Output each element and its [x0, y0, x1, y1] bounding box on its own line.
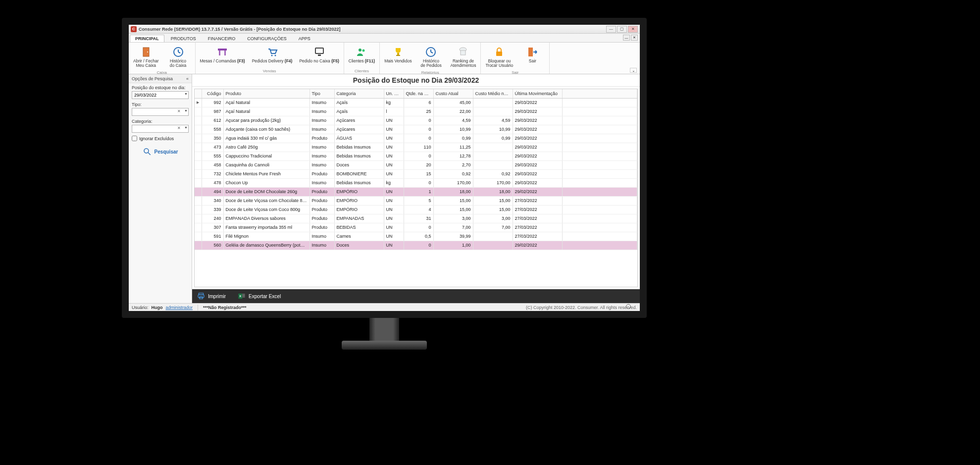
close-button[interactable]: ✕ [628, 26, 638, 33]
table-cell: 27/03/2022 [513, 214, 562, 223]
categoria-dropdown-icon[interactable]: ▼ [184, 126, 188, 129]
table-row[interactable]: 339Doce de Leite Viçosa com Coco 800gPro… [195, 205, 637, 214]
ribbon-item-1-1[interactable]: Pedidos Delivery (F4) [250, 44, 295, 68]
data-grid[interactable]: CódigoProdutoTipoCategoriaUn. Me...Qtde.… [194, 89, 638, 287]
table-cell [562, 134, 637, 143]
column-header[interactable]: Custo Atual [433, 89, 473, 98]
ribbon-item-2-0[interactable]: Clientes (F11) [346, 44, 377, 68]
tab-principal[interactable]: PRINCIPAL [130, 35, 164, 42]
table-row[interactable]: 560Geléia de damasco QueensBerry (pote d… [195, 241, 637, 250]
table-cell: 22,00 [433, 107, 473, 116]
search-button-label: Pesquisar [155, 149, 178, 155]
table-cell: UN [384, 232, 404, 241]
table-cell: 29/03/2022 [513, 125, 562, 134]
tab-produtos[interactable]: PRODUTOS [165, 35, 202, 42]
svg-rect-14 [397, 53, 399, 55]
table-row[interactable]: 307Fanta strawerry importada 355 mlProdu… [195, 223, 637, 232]
ribbon-item-1-0[interactable]: Mesas / Comandas (F3) [198, 44, 248, 68]
table-cell [473, 152, 513, 160]
sidebar-collapse-icon[interactable]: « [186, 76, 189, 81]
ribbon-group-caixa: Abrir / FecharMeu CaixaHistóricodo Caixa… [129, 43, 196, 74]
svg-point-12 [359, 49, 361, 52]
table-row[interactable]: 494Doce de Leite DOM Chocolate 260gProdu… [195, 187, 637, 196]
table-cell: Chiclete Mentos Pure Fresh [223, 169, 309, 178]
table-row[interactable]: ▶992Açaí NaturalInsumoAçaískg645,0029/03… [195, 98, 637, 107]
table-cell: 2,70 [433, 160, 473, 169]
table-cell [195, 223, 202, 232]
table-cell: kg [384, 178, 404, 187]
table-cell: 992 [202, 98, 223, 107]
table-cell [195, 152, 202, 160]
table-cell: Geléia de damasco QueensBerry (pote de 3… [223, 241, 309, 250]
mdi-close-button[interactable]: ✕ [631, 35, 638, 41]
tipo-dropdown-icon[interactable]: ▼ [184, 109, 188, 112]
table-cell: 25 [404, 107, 433, 116]
categoria-clear-icon[interactable]: ✕ [177, 126, 181, 130]
ribbon-item-label: Pedidos Delivery (F4) [252, 59, 293, 63]
ribbon-item-3-0[interactable]: Mais Vendidos [382, 44, 414, 70]
ribbon-item-1-2[interactable]: Pedido no Caixa (F5) [297, 44, 341, 68]
ribbon-item-0-1[interactable]: Históricodo Caixa [163, 44, 193, 70]
ribbon-item-label: Sair [529, 59, 536, 63]
table-row[interactable]: 555Cappuccino TradicionalInsumoBebidas I… [195, 152, 637, 160]
column-header[interactable]: Custo Médio na Data [473, 89, 513, 98]
mdi-minimize-button[interactable]: — [623, 35, 630, 41]
column-header[interactable]: Categoria [334, 89, 384, 98]
table-cell: 29/03/2022 [513, 178, 562, 187]
ribbon-item-4-1[interactable]: Sair [517, 44, 547, 70]
status-user-role-link[interactable]: administrador [166, 305, 193, 310]
maximize-button[interactable]: ▢ [617, 26, 627, 33]
export-excel-button[interactable]: X Exportar Excel [238, 292, 281, 300]
table-row[interactable]: 591Filé MignonInsumoCarnesUN0,539,9927/0… [195, 232, 637, 241]
table-cell [562, 241, 637, 250]
table-cell: 29/02/2022 [513, 187, 562, 196]
table-row[interactable]: 458Casquinha do CannoliInsumoDocesUN202,… [195, 160, 637, 169]
table-cell [195, 134, 202, 143]
table-cell: kg [384, 98, 404, 107]
column-header[interactable]: Qtde. na Data [404, 89, 433, 98]
svg-line-24 [148, 153, 151, 155]
tab-apps[interactable]: APPS [293, 35, 316, 42]
ribbon-item-4-0[interactable]: Bloquear ouTrocar Usuário [483, 44, 516, 70]
table-cell [562, 187, 637, 196]
table-row[interactable]: 612Açucar para produção (2kg)InsumoAçúca… [195, 116, 637, 125]
tab-configuracoes[interactable]: CONFIGURAÇÕES [242, 35, 292, 42]
ribbon-item-label: Mais Vendidos [384, 59, 412, 63]
table-cell: 350 [202, 134, 223, 143]
table-row[interactable]: 473Astro Café 250gInsumoBebidas InsumosU… [195, 143, 637, 152]
date-input[interactable] [132, 91, 189, 99]
column-header[interactable]: Código [202, 89, 223, 98]
search-button[interactable]: Pesquisar [143, 147, 178, 156]
ribbon-collapse-button[interactable]: ⌄ [630, 68, 637, 73]
table-row[interactable]: 478Chocon UpInsumoBebidas Insumoskg0170,… [195, 178, 637, 187]
column-header[interactable]: Produto [223, 89, 309, 98]
table-row[interactable]: 350Agua indaiá 330 ml c/ gásProdutoÁGUAS… [195, 134, 637, 143]
table-cell: 558 [202, 125, 223, 134]
column-header[interactable]: Última Movimentação [513, 89, 562, 98]
table-row[interactable]: 240EMPANADA Diversos saboresProdutoEMPAN… [195, 214, 637, 223]
minimize-button[interactable]: — [606, 26, 616, 33]
table-cell: 29/03/2022 [513, 134, 562, 143]
column-header[interactable]: Tipo [309, 89, 334, 98]
print-button[interactable]: Imprimir [197, 292, 226, 300]
table-row[interactable]: 558Adoçante (caixa com 50 sachês)InsumoA… [195, 125, 637, 134]
table-cell: 7,00 [433, 223, 473, 232]
table-row[interactable]: 732Chiclete Mentos Pure FreshProdutoBOMB… [195, 169, 637, 178]
tab-financeiro[interactable]: FINANCEIRO [203, 35, 241, 42]
table-row[interactable]: 340Doce de Leite Viçosa com Chocolate 80… [195, 196, 637, 205]
table-cell: Produto [309, 187, 334, 196]
table-cell: 0,99 [473, 134, 513, 143]
table-row[interactable]: 987Açaí NaturalInsumoAçaísl2522,0029/03/… [195, 107, 637, 116]
ribbon-item-3-1[interactable]: Históricode Pedidos [416, 44, 446, 70]
ignorar-excluidos-checkbox[interactable] [132, 136, 137, 141]
table-cell [562, 214, 637, 223]
table-cell: 12,78 [433, 152, 473, 160]
ribbon-item-3-2[interactable]: Ranking deAtendimentos [448, 44, 478, 70]
table-cell: 494 [202, 187, 223, 196]
column-header[interactable]: Un. Me... [384, 89, 404, 98]
table-cell: 591 [202, 232, 223, 241]
column-header[interactable] [195, 89, 202, 98]
date-dropdown-icon[interactable]: ▼ [184, 92, 188, 96]
tipo-clear-icon[interactable]: ✕ [177, 109, 181, 113]
ribbon-item-0-0[interactable]: Abrir / FecharMeu Caixa [131, 44, 161, 70]
